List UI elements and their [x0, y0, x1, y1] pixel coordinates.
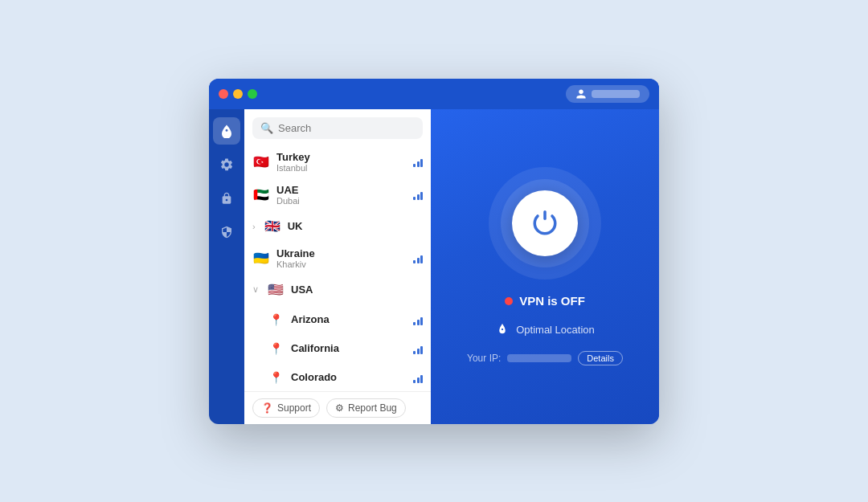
list-item[interactable]: 📍 Arizona — [244, 305, 431, 334]
power-icon — [531, 210, 559, 237]
power-button[interactable] — [512, 190, 578, 256]
signal-bars — [413, 252, 423, 263]
server-list-panel: 🔍 🇹🇷 Turkey Istanbul — [244, 109, 431, 424]
bar-1 — [413, 351, 416, 354]
rocket-small-icon — [495, 322, 510, 337]
support-label: Support — [277, 402, 311, 414]
user-icon — [575, 88, 587, 100]
sidebar-lock-button[interactable] — [213, 185, 240, 212]
list-item[interactable]: 🇹🇷 Turkey Istanbul — [244, 145, 431, 178]
list-item[interactable]: 📍 California — [244, 334, 431, 363]
details-button[interactable]: Details — [578, 351, 623, 365]
report-bug-button[interactable]: ⚙ Report Bug — [326, 398, 406, 418]
server-info-uae: UAE Dubai — [276, 184, 407, 206]
shield-icon — [220, 225, 233, 239]
location-pin-icon: 📍 — [267, 369, 285, 386]
vpn-status-label: VPN is OFF — [519, 294, 585, 308]
power-ring-outer — [489, 167, 601, 280]
bar-2 — [417, 194, 420, 200]
server-info-arizona: Arizona — [291, 313, 407, 325]
bar-3 — [420, 192, 423, 200]
list-item[interactable]: 📍 Colorado — [244, 363, 431, 391]
server-name: Turkey — [276, 151, 407, 163]
bar-2 — [417, 161, 420, 167]
user-name — [592, 90, 640, 98]
close-button[interactable] — [219, 89, 228, 99]
ip-address — [507, 354, 571, 362]
server-info-colorado: Colorado — [291, 371, 407, 383]
support-button[interactable]: ❓ Support — [252, 398, 320, 418]
search-input[interactable] — [278, 122, 415, 134]
bar-2 — [417, 378, 420, 383]
server-city: Kharkiv — [276, 259, 407, 269]
chevron-down-icon: ∨ — [252, 284, 259, 295]
minimize-button[interactable] — [233, 89, 243, 99]
support-icon: ❓ — [261, 402, 273, 414]
app-window: 🔍 🇹🇷 Turkey Istanbul — [209, 79, 659, 424]
country-name-usa: USA — [291, 284, 423, 296]
flag-uae: 🇦🇪 — [252, 186, 270, 203]
bar-2 — [417, 320, 420, 325]
city-name: California — [291, 342, 407, 354]
optimal-location-label: Optimal Location — [516, 324, 595, 336]
bar-1 — [413, 164, 416, 167]
bar-2 — [417, 349, 420, 354]
bar-3 — [420, 317, 423, 325]
title-bar — [209, 79, 659, 109]
list-item[interactable]: 🇦🇪 UAE Dubai — [244, 178, 431, 211]
country-row-usa[interactable]: ∨ 🇺🇸 USA — [244, 275, 431, 305]
search-input-wrap[interactable]: 🔍 — [252, 117, 423, 139]
server-name: Ukraine — [276, 247, 407, 259]
ip-row: Your IP: Details — [467, 351, 623, 365]
bar-1 — [413, 380, 416, 383]
signal-bars — [413, 372, 423, 383]
country-name-uk: UK — [288, 220, 423, 232]
list-item[interactable]: 🇺🇦 Ukraine Kharkiv — [244, 242, 431, 275]
server-info-turkey: Turkey Istanbul — [276, 151, 407, 173]
optimal-location[interactable]: Optimal Location — [495, 322, 595, 337]
flag-usa: 🇺🇸 — [267, 281, 285, 299]
vpn-status: VPN is OFF — [505, 294, 585, 308]
sidebar-icons — [209, 109, 244, 424]
signal-bars — [413, 156, 423, 167]
server-info-ukraine: Ukraine Kharkiv — [276, 247, 407, 269]
sidebar-settings-button[interactable] — [213, 151, 240, 178]
sidebar-locations-button[interactable] — [213, 117, 240, 145]
lock-icon — [220, 191, 233, 206]
location-pin-icon: 📍 — [267, 340, 285, 357]
server-name: UAE — [276, 184, 407, 196]
window-controls — [219, 89, 257, 99]
bar-1 — [413, 197, 416, 200]
settings-icon — [219, 157, 234, 172]
city-name: Arizona — [291, 313, 407, 325]
maximize-button[interactable] — [248, 89, 257, 99]
server-city: Istanbul — [276, 163, 407, 173]
flag-uk: 🇬🇧 — [264, 218, 281, 235]
rocket-icon — [219, 124, 234, 138]
your-ip-label: Your IP: — [467, 353, 501, 364]
bar-3 — [420, 159, 423, 167]
flag-ukraine: 🇺🇦 — [252, 249, 270, 267]
bar-3 — [420, 375, 423, 383]
signal-bars — [413, 314, 423, 325]
bar-2 — [417, 258, 420, 263]
location-pin-icon: 📍 — [267, 311, 285, 329]
bar-3 — [420, 346, 423, 354]
signal-bars — [413, 343, 423, 354]
search-icon: 🔍 — [260, 122, 273, 134]
bottom-buttons: ❓ Support ⚙ Report Bug — [244, 391, 431, 424]
vpn-panel: VPN is OFF Optimal Location Your IP: Det… — [431, 109, 659, 424]
search-bar: 🔍 — [244, 109, 431, 145]
power-ring-inner — [501, 179, 589, 267]
sidebar-shield-button[interactable] — [213, 218, 240, 246]
country-row-uk[interactable]: › 🇬🇧 UK — [244, 211, 431, 242]
server-info-california: California — [291, 342, 407, 354]
bar-3 — [420, 255, 423, 263]
bar-1 — [413, 322, 416, 325]
flag-turkey: 🇹🇷 — [252, 153, 270, 170]
signal-bars — [413, 189, 423, 200]
user-badge[interactable] — [566, 85, 649, 103]
status-dot — [505, 297, 513, 305]
main-content: 🔍 🇹🇷 Turkey Istanbul — [209, 109, 659, 424]
bar-1 — [413, 260, 416, 263]
